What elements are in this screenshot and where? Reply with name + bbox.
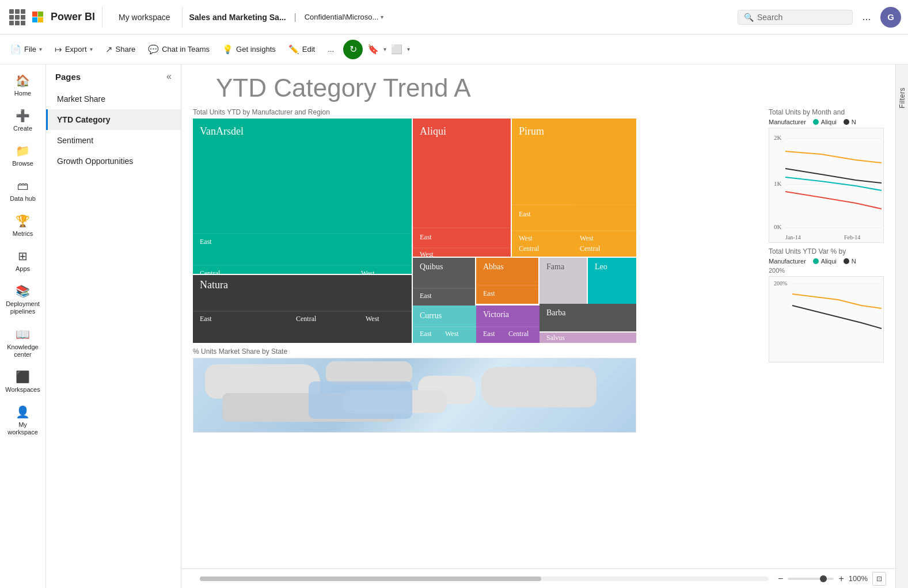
nav-item-browse[interactable]: 📁 Browse bbox=[3, 139, 43, 172]
bar-n-dot bbox=[844, 258, 849, 264]
svg-text:Salvus: Salvus bbox=[546, 334, 565, 342]
pages-sidebar: Pages « Market Share YTD Category Sentim… bbox=[46, 64, 181, 588]
collapse-sidebar-button[interactable]: « bbox=[166, 71, 172, 82]
line-chart-label: Total Units by Month and bbox=[769, 108, 890, 116]
left-nav: 🏠 Home ➕ Create 📁 Browse 🗃 Data hub 🏆 Me… bbox=[0, 64, 46, 588]
insights-icon: 💡 bbox=[222, 44, 233, 55]
bar-legend-aliqui: Aliqui bbox=[813, 258, 837, 265]
page-item-ytd-category[interactable]: YTD Category bbox=[46, 109, 181, 130]
edit-button[interactable]: ✏️ Edit bbox=[283, 41, 321, 58]
share-button[interactable]: ↗ Share bbox=[100, 41, 142, 58]
brand-divider bbox=[102, 7, 102, 28]
nav-item-create[interactable]: ➕ Create bbox=[3, 104, 43, 137]
search-icon: 🔍 bbox=[744, 13, 754, 22]
insights-button[interactable]: 💡 Get insights bbox=[216, 41, 282, 58]
nav-create-label: Create bbox=[13, 125, 32, 132]
file-label: File bbox=[24, 45, 36, 54]
view-chevron-icon[interactable]: ▾ bbox=[407, 46, 410, 52]
map-label: % Units Market Share by State bbox=[193, 348, 763, 356]
nav-item-knowledge[interactable]: 📖 Knowledge center bbox=[3, 323, 43, 363]
toolbar-more-button[interactable]: ... bbox=[322, 41, 340, 57]
zoom-in-button[interactable]: + bbox=[838, 574, 844, 584]
svg-text:Central: Central bbox=[580, 245, 601, 253]
export-icon: ↦ bbox=[55, 44, 62, 55]
export-button[interactable]: ↦ Export ▾ bbox=[49, 41, 98, 58]
topbar: Power BI My workspace Sales and Marketin… bbox=[0, 0, 908, 35]
svg-text:Jan-14: Jan-14 bbox=[785, 234, 801, 240]
bookmark-chevron-icon[interactable]: ▾ bbox=[383, 46, 386, 52]
svg-text:200%: 200% bbox=[774, 280, 787, 287]
deployment-icon: 📚 bbox=[16, 284, 30, 298]
nav-my-workspace-label: My workspace bbox=[6, 421, 40, 436]
svg-text:East: East bbox=[483, 330, 495, 338]
treemap-container[interactable]: VanArsdel East Central West Aliqui bbox=[193, 119, 636, 343]
scrollbar[interactable] bbox=[200, 576, 769, 581]
page-item-sentiment[interactable]: Sentiment bbox=[46, 130, 181, 151]
map-visual[interactable] bbox=[193, 358, 636, 433]
export-label: Export bbox=[65, 45, 87, 54]
bar-legend-n: N bbox=[844, 258, 856, 265]
sensitivity-label[interactable]: Confidential\Microso... ▾ bbox=[305, 13, 384, 21]
svg-text:Fama: Fama bbox=[546, 262, 565, 271]
nav-item-data-hub[interactable]: 🗃 Data hub bbox=[3, 175, 43, 207]
filters-panel[interactable]: Filters bbox=[895, 64, 908, 588]
nav-apps-label: Apps bbox=[16, 265, 30, 273]
file-button[interactable]: 📄 File ▾ bbox=[5, 41, 48, 58]
refresh-button[interactable]: ↻ bbox=[343, 40, 363, 59]
bar-chart-label: Total Units YTD Var % by bbox=[769, 247, 890, 255]
share-label: Share bbox=[116, 45, 136, 54]
workspace-label[interactable]: My workspace bbox=[114, 10, 174, 24]
pages-header: Pages « bbox=[46, 71, 181, 89]
teams-icon: 💬 bbox=[148, 44, 159, 55]
nav-item-workspaces[interactable]: ⬛ Workspaces bbox=[3, 365, 43, 398]
bar-chart-visual[interactable]: 200% bbox=[769, 276, 884, 362]
nav-item-metrics[interactable]: 🏆 Metrics bbox=[3, 209, 43, 242]
svg-rect-0 bbox=[193, 119, 412, 274]
nav-item-home[interactable]: 🏠 Home bbox=[3, 69, 43, 102]
svg-text:2K: 2K bbox=[774, 134, 782, 141]
bookmark-button[interactable]: 🔖 bbox=[364, 40, 382, 59]
search-box[interactable]: 🔍 Search bbox=[738, 10, 853, 25]
legend-item-n: N bbox=[844, 119, 856, 125]
bookmark-icon: 🔖 bbox=[367, 44, 379, 55]
report-body: Total Units YTD by Manufacturer and Regi… bbox=[181, 102, 895, 568]
zoom-controls: − + 100% ⊡ bbox=[778, 572, 886, 586]
treemap-label: Total Units YTD by Manufacturer and Regi… bbox=[193, 108, 763, 116]
fit-page-button[interactable]: ⊡ bbox=[872, 572, 886, 586]
svg-text:Barba: Barba bbox=[546, 308, 566, 317]
nav-item-apps[interactable]: ⊞ Apps bbox=[3, 245, 43, 277]
svg-text:East: East bbox=[200, 315, 212, 323]
view-button[interactable]: ⬜ bbox=[387, 40, 406, 59]
page-item-market-share[interactable]: Market Share bbox=[46, 89, 181, 109]
avatar[interactable]: G bbox=[880, 7, 901, 28]
fit-icon: ⊡ bbox=[876, 575, 882, 583]
line-chart-visual[interactable]: 2K 1K 0K bbox=[769, 128, 884, 243]
report-title-heading: YTD Category Trend A bbox=[193, 64, 494, 102]
zoom-out-button[interactable]: − bbox=[778, 574, 783, 584]
manufacturer-label2: Manufacturer bbox=[769, 258, 806, 265]
nav-browse-label: Browse bbox=[12, 160, 33, 167]
bar-chart-legend: Manufacturer Aliqui N bbox=[769, 258, 890, 265]
export-chevron-icon: ▾ bbox=[90, 46, 93, 52]
svg-text:Natura: Natura bbox=[200, 279, 228, 291]
legend-item-aliqui: Aliqui bbox=[813, 119, 837, 125]
chat-button[interactable]: 💬 Chat in Teams bbox=[142, 41, 215, 58]
browse-icon: 📁 bbox=[16, 144, 30, 158]
nav-metrics-label: Metrics bbox=[13, 230, 33, 238]
svg-text:Victoria: Victoria bbox=[483, 310, 510, 319]
share-icon: ↗ bbox=[105, 44, 113, 55]
aliqui-legend-dot bbox=[813, 119, 819, 125]
brand-label: Power BI bbox=[51, 11, 95, 23]
nav-item-deployment[interactable]: 📚 Deployment pipelines bbox=[3, 280, 43, 320]
topbar-more-button[interactable]: ... bbox=[857, 8, 876, 26]
svg-text:Leo: Leo bbox=[595, 262, 607, 271]
edit-icon: ✏️ bbox=[288, 44, 299, 55]
zoom-slider[interactable] bbox=[788, 578, 834, 580]
workspace-divider bbox=[182, 7, 183, 28]
page-item-growth[interactable]: Growth Opportunities bbox=[46, 151, 181, 171]
search-placeholder: Search bbox=[757, 13, 782, 22]
svg-text:East: East bbox=[483, 289, 495, 297]
nav-item-my-workspace[interactable]: 👤 My workspace bbox=[3, 400, 43, 441]
waffle-menu[interactable] bbox=[7, 7, 28, 28]
filters-label: Filters bbox=[898, 87, 906, 108]
